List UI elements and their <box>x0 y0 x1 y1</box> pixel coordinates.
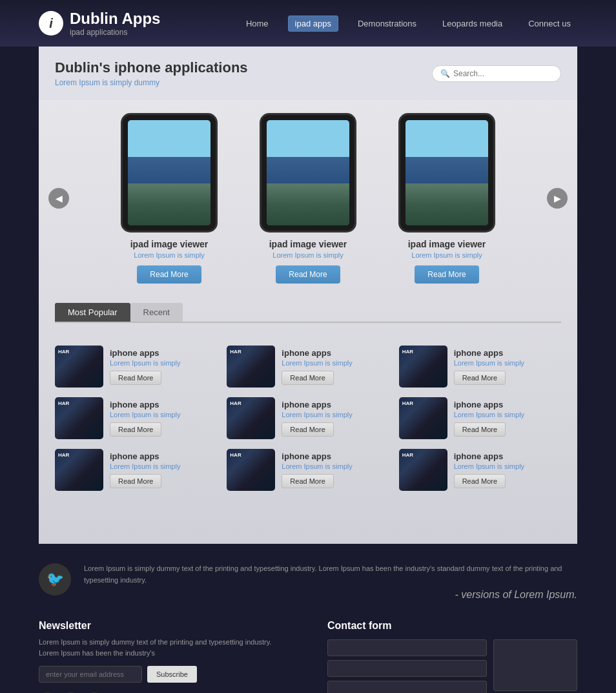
logo-icon: i <box>39 11 63 36</box>
footer-quote: Lorem Ipsum is simply dummy text of the … <box>84 563 577 586</box>
grid-read-more-0-2[interactable]: Read More <box>454 371 506 385</box>
grid-item-desc-0-1: Lorem Ipsum is simply <box>282 359 389 367</box>
page-subtitle: Lorem Ipsum is simply dummy <box>55 78 248 87</box>
subscribe-button[interactable]: Subscribe <box>147 666 197 683</box>
grid-item-desc-0-0: Lorem Ipsum is simply <box>110 359 217 367</box>
newsletter-desc: Lorem Ipsum is simply dummy text of the … <box>39 637 289 658</box>
footer-top: 🐦 Lorem Ipsum is simply dummy text of th… <box>39 563 577 601</box>
newsletter-email-input[interactable] <box>39 666 142 683</box>
carousel-read-more-2[interactable]: Read More <box>415 265 478 284</box>
grid-section: HAR iphone apps Lorem Ipsum is simply Re… <box>39 346 577 491</box>
main-content: Dublin's iphone applications Lorem Ipsum… <box>39 47 577 544</box>
newsletter-form: Subscribe <box>39 666 289 683</box>
header: i Dublin Apps ipad applications Home ipa… <box>0 0 616 47</box>
grid-item-title-2-2: iphone apps <box>454 451 561 461</box>
grid-read-more-1-0[interactable]: Read More <box>110 422 161 437</box>
tablet-frame-0 <box>121 113 218 233</box>
logo-subtitle: ipad applications <box>70 28 160 37</box>
footer-bottom: Newsletter Lorem Ipsum is simply dummy t… <box>39 620 577 693</box>
grid-item-title-0-2: iphone apps <box>454 348 561 358</box>
grid-item-2-2: HAR iphone apps Lorem Ipsum is simply Re… <box>399 449 561 491</box>
contact-name-input[interactable] <box>327 639 487 656</box>
grid-thumb-2-1: HAR <box>227 449 275 491</box>
carousel-prev-button[interactable]: ◀ <box>48 188 69 209</box>
grid-thumb-1-1: HAR <box>227 397 275 439</box>
tab-recent[interactable]: Recent <box>130 303 183 322</box>
search-icon: 🔍 <box>440 69 450 78</box>
grid-read-more-2-2[interactable]: Read More <box>454 474 506 488</box>
grid-item-title-0-1: iphone apps <box>282 348 389 358</box>
contact-message-textarea[interactable] <box>493 639 577 691</box>
grid-row-2: HAR iphone apps Lorem Ipsum is simply Re… <box>55 449 561 491</box>
contact-email-input[interactable] <box>327 660 487 677</box>
logo-area: i Dublin Apps ipad applications <box>39 10 160 37</box>
logo-text: Dublin Apps ipad applications <box>70 10 160 37</box>
newsletter-title: Newsletter <box>39 620 289 632</box>
grid-item-0-2: HAR iphone apps Lorem Ipsum is simply Re… <box>399 346 561 388</box>
carousel-item-desc-2: Lorem Ipsum is simply <box>384 251 510 259</box>
carousel-read-more-0[interactable]: Read More <box>137 265 201 284</box>
grid-thumb-0-2: HAR <box>399 346 447 388</box>
grid-item-0-1: HAR iphone apps Lorem Ipsum is simply Re… <box>227 346 389 388</box>
contact-subject-input[interactable] <box>327 681 487 693</box>
twitter-icon: 🐦 <box>39 563 71 595</box>
grid-item-1-0: HAR iphone apps Lorem Ipsum is simply Re… <box>55 397 217 439</box>
contact-section: Contact form <box>327 620 577 693</box>
carousel-item-desc-1: Lorem Ipsum is simply <box>245 251 371 259</box>
grid-item-title-1-2: iphone apps <box>454 400 561 409</box>
grid-row-0: HAR iphone apps Lorem Ipsum is simply Re… <box>55 346 561 388</box>
grid-item-desc-2-0: Lorem Ipsum is simply <box>110 462 217 470</box>
logo-title: Dublin Apps <box>70 10 160 28</box>
main-nav: Home ipad apps Demonstrations Leopards m… <box>240 16 577 32</box>
carousel-item-1: ipad image viewer Lorem Ipsum is simply … <box>245 113 371 284</box>
tab-most-popular[interactable]: Most Popular <box>55 303 130 322</box>
search-input[interactable] <box>453 69 553 78</box>
grid-thumb-1-0: HAR <box>55 397 103 439</box>
contact-left <box>327 639 487 693</box>
footer-quote-attribution: - versions of Lorem Ipsum. <box>84 589 577 601</box>
grid-thumb-2-0: HAR <box>55 449 103 491</box>
grid-read-more-0-1[interactable]: Read More <box>282 371 333 385</box>
grid-read-more-2-0[interactable]: Read More <box>110 474 161 488</box>
tablet-frame-2 <box>398 113 495 233</box>
carousel-item-0: ipad image viewer Lorem Ipsum is simply … <box>107 113 232 284</box>
search-box[interactable]: 🔍 <box>432 65 561 82</box>
carousel-item-title-1: ipad image viewer <box>245 239 371 249</box>
nav-item-ipad-apps[interactable]: ipad apps <box>288 16 338 32</box>
grid-item-desc-0-2: Lorem Ipsum is simply <box>454 359 561 367</box>
grid-thumb-2-2: HAR <box>399 449 447 491</box>
grid-thumb-0-0: HAR <box>55 346 103 388</box>
grid-thumb-1-2: HAR <box>399 397 447 439</box>
contact-fields <box>327 639 577 693</box>
grid-item-desc-1-1: Lorem Ipsum is simply <box>282 411 389 419</box>
grid-read-more-0-0[interactable]: Read More <box>110 371 161 385</box>
page-title: Dublin's iphone applications <box>55 59 248 76</box>
carousel-item-desc-0: Lorem Ipsum is simply <box>107 251 232 259</box>
page-header: Dublin's iphone applications Lorem Ipsum… <box>39 47 577 100</box>
carousel-section: ◀ ipad image viewer Lorem Ipsum is simpl… <box>39 100 577 296</box>
tablet-frame-1 <box>260 113 356 233</box>
carousel-items: ipad image viewer Lorem Ipsum is simply … <box>69 113 547 284</box>
footer: 🐦 Lorem Ipsum is simply dummy text of th… <box>0 544 616 693</box>
contact-title: Contact form <box>327 620 577 632</box>
grid-read-more-2-1[interactable]: Read More <box>282 474 333 488</box>
page-header-text: Dublin's iphone applications Lorem Ipsum… <box>55 59 248 87</box>
nav-item-demonstrations[interactable]: Demonstrations <box>351 16 423 31</box>
grid-read-more-1-1[interactable]: Read More <box>282 422 333 437</box>
grid-item-0-0: HAR iphone apps Lorem Ipsum is simply Re… <box>55 346 217 388</box>
carousel-read-more-1[interactable]: Read More <box>276 265 340 284</box>
grid-item-desc-2-2: Lorem Ipsum is simply <box>454 462 561 470</box>
carousel-next-button[interactable]: ▶ <box>547 188 568 209</box>
tablet-screen-1 <box>267 120 349 225</box>
grid-thumb-0-1: HAR <box>227 346 275 388</box>
tabs-section: Most Popular Recent <box>39 296 577 346</box>
nav-item-connect[interactable]: Connect us <box>522 16 577 31</box>
nav-item-leopards[interactable]: Leopards media <box>436 16 509 31</box>
grid-item-desc-2-1: Lorem Ipsum is simply <box>282 462 389 470</box>
newsletter-section: Newsletter Lorem Ipsum is simply dummy t… <box>39 620 289 693</box>
carousel-item-2: ipad image viewer Lorem Ipsum is simply … <box>384 113 510 284</box>
grid-row-1: HAR iphone apps Lorem Ipsum is simply Re… <box>55 397 561 439</box>
grid-item-desc-1-2: Lorem Ipsum is simply <box>454 411 561 419</box>
nav-item-home[interactable]: Home <box>240 16 275 31</box>
grid-read-more-1-2[interactable]: Read More <box>454 422 506 437</box>
